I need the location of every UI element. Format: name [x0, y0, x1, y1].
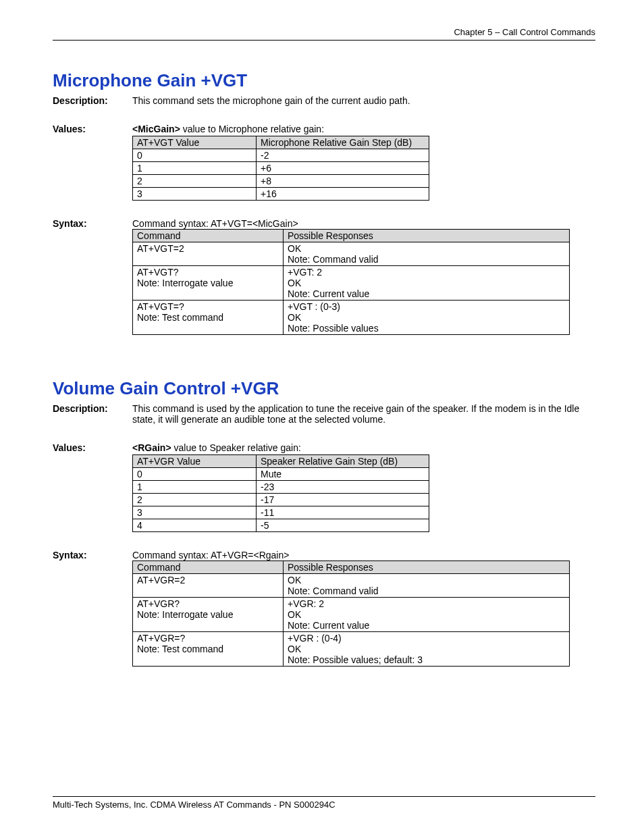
vgt-description-text: This command sets the microphone gain of…: [132, 95, 595, 106]
vgr-syntax-table: Command Possible Responses AT+VGR=2 OKNo…: [132, 561, 570, 667]
table-cell: OKNote: Command valid: [284, 242, 570, 266]
table-cell: 2: [133, 494, 257, 506]
vgr-description-text: This command is used by the application …: [132, 403, 595, 425]
vgt-values-table: AT+VGT Value Microphone Relative Gain St…: [132, 136, 429, 201]
table-cell: -23: [257, 481, 429, 494]
table-cell: AT+VGT=2: [133, 242, 284, 266]
vgr-values-intro-rest: value to Speaker relative gain:: [171, 442, 301, 453]
table-header: Speaker Relative Gain Step (dB): [257, 455, 429, 468]
table-cell: 4: [133, 519, 257, 532]
page-footer: Multi-Tech Systems, Inc. CDMA Wireless A…: [53, 796, 595, 810]
vgr-values-row: Values: <RGain> value to Speaker relativ…: [53, 442, 595, 532]
table-cell: 0: [133, 149, 257, 162]
table-cell: OKNote: Command valid: [284, 574, 570, 598]
section-title-vgr: Volume Gain Control +VGR: [53, 378, 595, 399]
table-header: AT+VGR Value: [133, 455, 257, 468]
table-cell: +VGT: 2OKNote: Current value: [284, 266, 570, 301]
vgr-syntax-text: Command syntax: AT+VGR=<Rgain>: [132, 550, 595, 561]
vgt-description-row: Description: This command sets the micro…: [53, 95, 595, 106]
table-cell: +8: [257, 175, 429, 188]
rgain-param: <RGain>: [132, 442, 171, 453]
table-cell: +VGR : (0-4)OKNote: Possible values; def…: [284, 632, 570, 667]
table-cell: AT+VGR?Note: Interrogate value: [133, 598, 284, 632]
table-header: Possible Responses: [284, 230, 570, 242]
table-cell: +VGT : (0-3)OKNote: Possible values: [284, 301, 570, 335]
micgain-param: <MicGain>: [132, 124, 180, 134]
vgt-values-intro: <MicGain> value to Microphone relative g…: [132, 124, 595, 134]
syntax-label: Syntax:: [53, 550, 132, 667]
table-cell: 1: [133, 162, 257, 175]
page-header: Chapter 5 – Call Control Commands: [53, 27, 595, 41]
vgt-syntax-text: Command syntax: AT+VGT=<MicGain>: [132, 218, 595, 229]
table-cell: -11: [257, 506, 429, 519]
table-cell: 2: [133, 175, 257, 188]
section-title-vgt: Microphone Gain +VGT: [53, 70, 595, 91]
values-label: Values:: [53, 124, 132, 201]
page: Chapter 5 – Call Control Commands Microp…: [0, 0, 644, 834]
table-header: Possible Responses: [284, 561, 570, 574]
table-cell: AT+VGT?Note: Interrogate value: [133, 266, 284, 301]
table-cell: 3: [133, 188, 257, 201]
table-cell: Mute: [257, 468, 429, 481]
vgt-values-intro-rest: value to Microphone relative gain:: [180, 124, 324, 134]
table-header: Microphone Relative Gain Step (dB): [257, 136, 429, 149]
table-cell: AT+VGR=2: [133, 574, 284, 598]
description-label: Description:: [53, 95, 132, 106]
table-header: Command: [133, 561, 284, 574]
table-cell: 1: [133, 481, 257, 494]
table-header: AT+VGT Value: [133, 136, 257, 149]
vgr-description-row: Description: This command is used by the…: [53, 403, 595, 425]
table-cell: +16: [257, 188, 429, 201]
vgt-syntax-row: Syntax: Command syntax: AT+VGT=<MicGain>…: [53, 218, 595, 335]
table-cell: 3: [133, 506, 257, 519]
table-cell: AT+VGT=?Note: Test command: [133, 301, 284, 335]
description-label: Description:: [53, 403, 132, 425]
values-label: Values:: [53, 442, 132, 532]
table-cell: +6: [257, 162, 429, 175]
vgr-values-table: AT+VGR Value Speaker Relative Gain Step …: [132, 454, 429, 532]
table-cell: -2: [257, 149, 429, 162]
table-cell: AT+VGR=?Note: Test command: [133, 632, 284, 667]
syntax-label: Syntax:: [53, 218, 132, 335]
vgr-values-intro: <RGain> value to Speaker relative gain:: [132, 442, 595, 453]
vgt-syntax-table: Command Possible Responses AT+VGT=2 OKNo…: [132, 229, 570, 335]
vgt-values-row: Values: <MicGain> value to Microphone re…: [53, 124, 595, 201]
table-cell: -17: [257, 494, 429, 506]
table-cell: +VGR: 2OKNote: Current value: [284, 598, 570, 632]
vgr-syntax-row: Syntax: Command syntax: AT+VGR=<Rgain> C…: [53, 550, 595, 667]
table-cell: 0: [133, 468, 257, 481]
table-header: Command: [133, 230, 284, 242]
table-cell: -5: [257, 519, 429, 532]
